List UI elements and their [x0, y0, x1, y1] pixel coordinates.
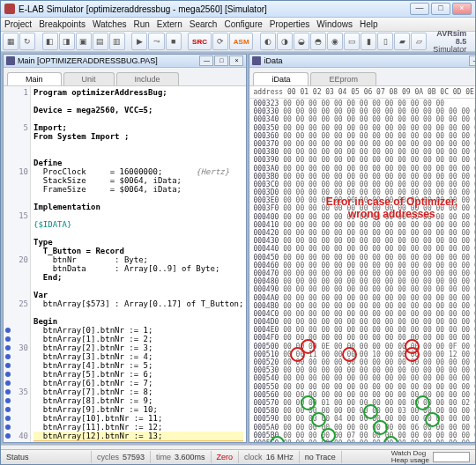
src-button[interactable]: SRC: [188, 33, 212, 50]
menu-run[interactable]: Run: [133, 19, 149, 29]
toolbar: ▦ ↻ ◧ ◨ ▣ ▤ ▥ ▶ ⤳ ■ SRC ⟳ ASM ◐ ◑ ◒ ◓ ◉ …: [1, 32, 475, 52]
tab-eeprom[interactable]: EEprom: [310, 72, 376, 85]
tool-icon[interactable]: ▯: [377, 33, 393, 50]
tool-icon[interactable]: ↻: [19, 33, 35, 50]
doc-icon: [6, 56, 15, 65]
code-tabs: Main Unit Include: [4, 68, 246, 86]
tool-icon[interactable]: ▭: [344, 33, 360, 50]
idata-title: iData: [264, 56, 469, 65]
menu-extern[interactable]: Extern: [157, 19, 182, 29]
maximize-button[interactable]: □: [431, 3, 450, 15]
step-icon[interactable]: ⤳: [148, 33, 164, 50]
menu-search[interactable]: Search: [190, 19, 218, 29]
idata-tabs: iData EEprom: [249, 68, 475, 86]
tab-idata[interactable]: iData: [253, 72, 309, 85]
tab-include[interactable]: Include: [116, 72, 179, 85]
tool-icon[interactable]: ▤: [93, 33, 108, 50]
stop-icon[interactable]: ■: [166, 33, 182, 50]
menu-configure[interactable]: Configure: [224, 19, 262, 29]
tool-icon[interactable]: ◒: [294, 33, 309, 50]
tool-icon[interactable]: ▥: [109, 33, 125, 50]
close-button[interactable]: ×: [452, 3, 472, 15]
status-trace: no Trace: [300, 451, 342, 463]
status-clock: clock16 MHz: [239, 451, 300, 463]
heap-meter: [433, 452, 470, 462]
code-titlebar[interactable]: Main [OPTIMIZERADDRESSBUG.PAS] — □ ×: [4, 55, 246, 68]
child-max-button[interactable]: □: [214, 55, 228, 66]
app-icon: [4, 4, 15, 14]
child-min-button[interactable]: —: [469, 55, 475, 66]
tab-main[interactable]: Main: [7, 72, 62, 85]
tool-icon[interactable]: ▣: [76, 33, 92, 50]
idata-window: iData — □ × iData EEprom address 00 01 0…: [249, 54, 475, 443]
menu-watches[interactable]: Watches: [93, 19, 127, 29]
tool-icon[interactable]: ◧: [42, 33, 58, 50]
asm-button[interactable]: ASM: [229, 33, 253, 50]
menu-windows[interactable]: Windows: [316, 19, 353, 29]
child-min-button[interactable]: —: [199, 55, 213, 66]
menu-help[interactable]: Help: [360, 19, 378, 29]
code-title: Main [OPTIMIZERADDRESSBUG.PAS]: [18, 56, 199, 65]
run-icon[interactable]: ▶: [131, 33, 147, 50]
tool-icon[interactable]: ▮: [361, 33, 376, 50]
titlebar[interactable]: E-LAB Simulator [optimizeraddressbug - m…: [1, 1, 475, 18]
menu-properties[interactable]: Properties: [270, 19, 310, 29]
tool-icon[interactable]: ▦: [3, 33, 19, 50]
status-watchdog: Watch DogHeap usage: [386, 451, 475, 463]
child-close-button[interactable]: ×: [229, 55, 243, 66]
hex-header: address 00 01 02 03 04 05 06 07 08 09 0A…: [249, 86, 475, 99]
status-zero[interactable]: Zero: [212, 451, 240, 463]
tool-icon[interactable]: ◨: [59, 33, 75, 50]
tool-icon[interactable]: ▱: [411, 33, 427, 50]
statusbar: Status cycles57593 time3.600ms Zero cloc…: [1, 449, 475, 464]
mem-icon: [252, 56, 261, 65]
tool-icon[interactable]: ⟳: [212, 33, 228, 50]
menu-project[interactable]: Project: [4, 19, 32, 29]
code-editor[interactable]: 151015202530354045 Program optimizerAddr…: [4, 86, 246, 442]
status-time: time3.600ms: [151, 451, 212, 463]
window-title: E-LAB Simulator [optimizeraddressbug - m…: [19, 4, 410, 14]
code-window: Main [OPTIMIZERADDRESSBUG.PAS] — □ × Mai…: [3, 54, 247, 443]
idata-titlebar[interactable]: iData — □ ×: [249, 55, 475, 68]
tool-icon[interactable]: ▰: [394, 33, 410, 50]
tab-unit[interactable]: Unit: [63, 72, 115, 85]
tool-icon[interactable]: ◓: [310, 33, 326, 50]
tool-icon[interactable]: ◐: [260, 33, 276, 50]
simulator-label: AVRsim 8.5Simulator: [428, 30, 473, 54]
status-cycles: cycles57593: [92, 451, 151, 463]
workspace: Main [OPTIMIZERADDRESSBUG.PAS] — □ × Mai…: [1, 52, 475, 445]
hex-view[interactable]: Error in case of Optimizer, wrong addres…: [249, 99, 475, 442]
minimize-button[interactable]: —: [410, 3, 429, 15]
tool-icon[interactable]: ◑: [277, 33, 293, 50]
menubar: Project Breakpoints Watches Run Extern S…: [1, 18, 475, 32]
main-window: E-LAB Simulator [optimizeraddressbug - m…: [0, 0, 476, 465]
menu-breakpoints[interactable]: Breakpoints: [39, 19, 86, 29]
status-label: Status: [1, 451, 92, 463]
tool-icon[interactable]: ◉: [327, 33, 343, 50]
